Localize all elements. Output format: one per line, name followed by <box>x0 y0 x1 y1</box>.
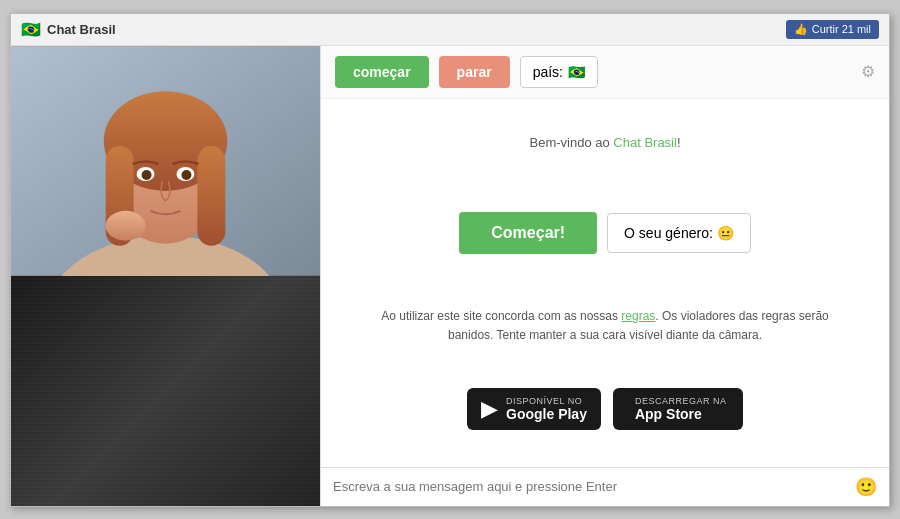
chat-panel: começar parar país: 🇧🇷 ⚙ Bem-vindo ao Ch… <box>321 46 889 506</box>
local-video <box>11 46 320 276</box>
like-count: Curtir 21 mil <box>812 23 871 35</box>
rules-text: Ao utilizar este site concorda com as no… <box>365 307 845 345</box>
gender-button[interactable]: O seu género: 😐 <box>607 213 751 253</box>
emoji-button[interactable]: 🙂 <box>855 476 877 498</box>
svg-point-11 <box>106 210 146 240</box>
rules-link[interactable]: regras <box>621 309 655 323</box>
svg-rect-6 <box>197 146 225 246</box>
titlebar: 🇧🇷 Chat Brasil 👍 Curtir 21 mil <box>11 14 889 46</box>
app-store-small: Descarregar na <box>635 396 727 406</box>
person-svg <box>11 46 320 276</box>
chat-toolbar: começar parar país: 🇧🇷 ⚙ <box>321 46 889 99</box>
google-play-name: Google Play <box>506 406 587 422</box>
app-buttons: ▶ DISPONÍVEL NO Google Play Descarregar … <box>467 388 743 430</box>
titlebar-left: 🇧🇷 Chat Brasil <box>21 20 116 39</box>
pais-label: país: <box>533 64 563 80</box>
welcome-message: Bem-vindo ao Chat Brasil! <box>529 135 680 150</box>
remote-video <box>11 276 320 506</box>
pais-flag-icon: 🇧🇷 <box>568 64 585 80</box>
svg-point-10 <box>181 169 191 179</box>
google-play-button[interactable]: ▶ DISPONÍVEL NO Google Play <box>467 388 601 430</box>
google-play-small: DISPONÍVEL NO <box>506 396 587 406</box>
chat-brasil-link[interactable]: Chat Brasil <box>613 135 677 150</box>
parar-button[interactable]: parar <box>439 56 510 88</box>
chat-content-area: Bem-vindo ao Chat Brasil! Começar! O seu… <box>321 99 889 467</box>
thumbs-up-icon: 👍 <box>794 23 808 36</box>
svg-point-9 <box>142 169 152 179</box>
start-area: Começar! O seu género: 😐 <box>459 212 750 254</box>
video-panel <box>11 46 321 506</box>
message-input[interactable] <box>333 479 855 494</box>
welcome-text-before: Bem-vindo ao <box>529 135 613 150</box>
app-store-name: App Store <box>635 406 727 422</box>
main-layout: começar parar país: 🇧🇷 ⚙ Bem-vindo ao Ch… <box>11 46 889 506</box>
like-button[interactable]: 👍 Curtir 21 mil <box>786 20 879 39</box>
app-title: Chat Brasil <box>47 22 116 37</box>
message-bar: 🙂 <box>321 467 889 506</box>
app-window: 🇧🇷 Chat Brasil 👍 Curtir 21 mil <box>10 13 890 507</box>
brazil-flag-icon: 🇧🇷 <box>21 20 41 39</box>
google-play-text: DISPONÍVEL NO Google Play <box>506 396 587 422</box>
app-store-button[interactable]: Descarregar na App Store <box>613 388 743 430</box>
app-store-text: Descarregar na App Store <box>635 396 727 422</box>
settings-icon[interactable]: ⚙ <box>861 62 875 81</box>
google-play-icon: ▶ <box>481 396 498 422</box>
comecar-button[interactable]: começar <box>335 56 429 88</box>
video-placeholder <box>11 46 320 276</box>
video-noise <box>11 276 320 506</box>
comecar-big-button[interactable]: Começar! <box>459 212 597 254</box>
pais-selector[interactable]: país: 🇧🇷 <box>520 56 598 88</box>
welcome-text-after: ! <box>677 135 681 150</box>
